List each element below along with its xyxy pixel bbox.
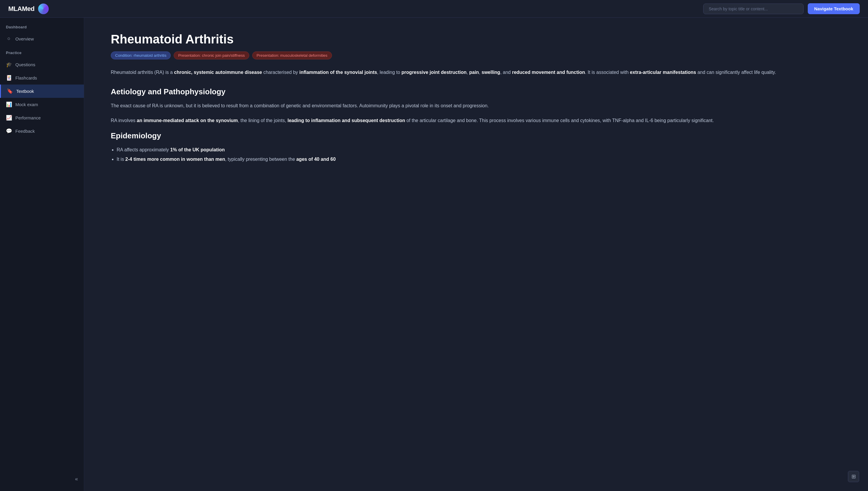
sidebar-item-performance[interactable]: 📈 Performance	[0, 111, 84, 124]
sidebar-item-mock-exam-label: Mock exam	[16, 102, 38, 107]
logo-orb	[38, 4, 49, 14]
sidebar-item-textbook-label: Textbook	[16, 89, 34, 94]
sidebar-item-overview[interactable]: ○ Overview	[0, 32, 84, 45]
epidemiology-list: RA affects approximately 1% of the UK po…	[117, 146, 841, 164]
navigate-textbook-button[interactable]: Navigate Textbook	[808, 3, 860, 14]
tag-presentation-1: Presentation: chronic join pain/stiffnes…	[174, 52, 249, 59]
sidebar-item-questions[interactable]: 🎓 Questions	[0, 58, 84, 71]
tag-presentation-2: Presentation: musculoskeletal deformitie…	[252, 52, 332, 59]
main-layout: Dashboard ○ Overview Practice 🎓 Question…	[0, 18, 868, 491]
overview-icon: ○	[6, 36, 12, 42]
aetiology-paragraph-2: RA involves an immune-mediated attack on…	[111, 116, 841, 125]
topbar-right: Navigate Textbook	[703, 3, 860, 14]
questions-icon: 🎓	[6, 61, 12, 68]
sidebar-item-textbook[interactable]: 🔖 Textbook	[0, 85, 84, 98]
page-title: Rheumatoid Arthritis	[111, 32, 841, 46]
logo-area: MLAMed	[8, 4, 49, 14]
sidebar-item-feedback[interactable]: 💬 Feedback	[0, 124, 84, 138]
flashcards-icon: 🃏	[6, 75, 12, 81]
sidebar-item-performance-label: Performance	[16, 115, 41, 120]
feedback-icon: 💬	[6, 128, 12, 134]
main-content: Rheumatoid Arthritis Condition: rheumato…	[84, 18, 868, 491]
zoom-icon: ⊞	[851, 473, 856, 480]
performance-icon: 📈	[6, 115, 12, 121]
sidebar-item-flashcards[interactable]: 🃏 Flashcards	[0, 71, 84, 85]
sidebar-item-mock-exam[interactable]: 📊 Mock exam	[0, 98, 84, 111]
zoom-button[interactable]: ⊞	[848, 471, 859, 482]
sidebar-collapse-button[interactable]: «	[0, 472, 84, 486]
aetiology-paragraph-1: The exact cause of RA is unknown, but it…	[111, 102, 841, 110]
epidemiology-item-1: RA affects approximately 1% of the UK po…	[117, 146, 841, 154]
sidebar: Dashboard ○ Overview Practice 🎓 Question…	[0, 18, 84, 491]
dashboard-label: Dashboard	[0, 25, 84, 32]
mock-exam-icon: 📊	[6, 102, 12, 108]
tag-condition: Condition: rheumatoid arthritis	[111, 52, 171, 59]
sidebar-item-questions-label: Questions	[16, 62, 35, 67]
practice-label: Practice	[0, 51, 84, 58]
collapse-icon: «	[75, 476, 78, 482]
sidebar-item-flashcards-label: Flashcards	[16, 76, 37, 80]
tags-row: Condition: rheumatoid arthritis Presenta…	[111, 52, 841, 59]
app-name: MLAMed	[8, 5, 35, 13]
epidemiology-item-2: It is 2-4 times more common in women tha…	[117, 155, 841, 164]
section-title-aetiology: Aetiology and Pathophysiology	[111, 87, 841, 96]
sidebar-item-overview-label: Overview	[16, 36, 34, 41]
sidebar-item-feedback-label: Feedback	[16, 128, 35, 134]
intro-paragraph: Rheumatoid arthritis (RA) is a chronic, …	[111, 68, 841, 77]
section-title-epidemiology: Epidemiology	[111, 131, 841, 140]
search-input[interactable]	[703, 4, 804, 14]
textbook-icon: 🔖	[7, 88, 13, 94]
topbar: MLAMed Navigate Textbook	[0, 0, 868, 18]
